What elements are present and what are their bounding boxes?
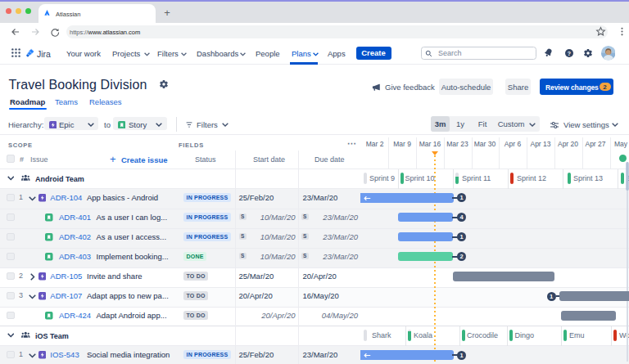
svg-text:?: ? bbox=[568, 51, 571, 56]
